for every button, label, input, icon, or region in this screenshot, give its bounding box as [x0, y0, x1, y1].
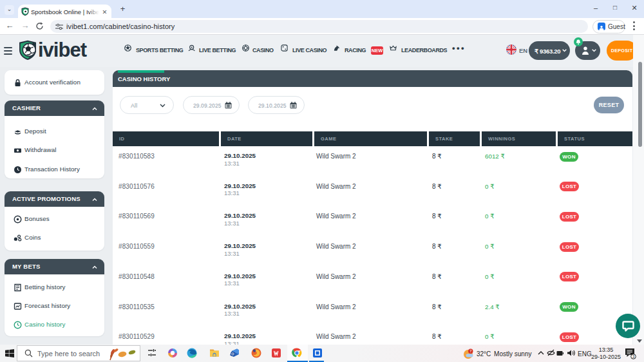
svg-text:3: 3 — [632, 354, 635, 359]
